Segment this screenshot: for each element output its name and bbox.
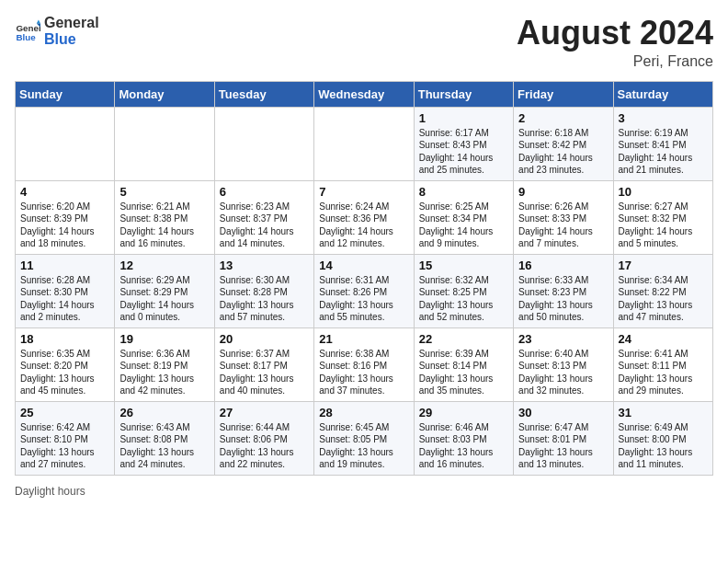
day-number: 19 [119, 332, 209, 346]
table-row: 31Sunrise: 6:49 AM Sunset: 8:00 PM Dayli… [613, 401, 712, 475]
table-row: 8Sunrise: 6:25 AM Sunset: 8:34 PM Daylig… [414, 180, 513, 254]
table-row: 14Sunrise: 6:31 AM Sunset: 8:26 PM Dayli… [314, 254, 414, 327]
day-number: 11 [20, 259, 109, 272]
table-row: 18Sunrise: 6:35 AM Sunset: 8:20 PM Dayli… [16, 327, 115, 401]
day-info: Sunrise: 6:42 AM Sunset: 8:10 PM Dayligh… [20, 421, 109, 471]
table-row: 15Sunrise: 6:32 AM Sunset: 8:25 PM Dayli… [414, 254, 513, 327]
table-row: 21Sunrise: 6:38 AM Sunset: 8:16 PM Dayli… [314, 327, 414, 401]
day-info: Sunrise: 6:49 AM Sunset: 8:00 PM Dayligh… [619, 421, 708, 471]
col-sunday: Sunday [16, 81, 115, 107]
title-block: August 2024 Peri, France [517, 15, 713, 70]
table-row: 16Sunrise: 6:33 AM Sunset: 8:23 PM Dayli… [514, 254, 613, 327]
day-info: Sunrise: 6:36 AM Sunset: 8:19 PM Dayligh… [119, 348, 209, 397]
day-info: Sunrise: 6:37 AM Sunset: 8:17 PM Dayligh… [220, 348, 309, 397]
calendar-week-5: 25Sunrise: 6:42 AM Sunset: 8:10 PM Dayli… [16, 401, 713, 475]
day-number: 13 [220, 259, 309, 272]
svg-text:Blue: Blue [16, 31, 36, 41]
day-number: 21 [319, 332, 408, 346]
day-number: 10 [619, 185, 708, 199]
day-info: Sunrise: 6:20 AM Sunset: 8:39 PM Dayligh… [20, 201, 109, 250]
calendar-week-2: 4Sunrise: 6:20 AM Sunset: 8:39 PM Daylig… [16, 180, 713, 254]
table-row: 24Sunrise: 6:41 AM Sunset: 8:11 PM Dayli… [613, 327, 712, 401]
table-row [115, 107, 214, 180]
day-info: Sunrise: 6:45 AM Sunset: 8:05 PM Dayligh… [319, 421, 408, 471]
day-number: 25 [20, 406, 109, 419]
calendar-footer: Daylight hours [15, 485, 713, 498]
table-row: 10Sunrise: 6:27 AM Sunset: 8:32 PM Dayli… [613, 180, 712, 254]
day-number: 3 [619, 111, 708, 125]
location-title: Peri, France [517, 53, 713, 70]
day-number: 1 [419, 111, 508, 125]
table-row: 9Sunrise: 6:26 AM Sunset: 8:33 PM Daylig… [514, 180, 613, 254]
day-info: Sunrise: 6:40 AM Sunset: 8:13 PM Dayligh… [518, 348, 608, 397]
day-number: 23 [518, 332, 608, 346]
day-number: 27 [220, 406, 309, 419]
table-row: 27Sunrise: 6:44 AM Sunset: 8:06 PM Dayli… [214, 401, 313, 475]
table-row: 29Sunrise: 6:46 AM Sunset: 8:03 PM Dayli… [414, 401, 513, 475]
table-row [16, 107, 115, 180]
table-row: 26Sunrise: 6:43 AM Sunset: 8:08 PM Dayli… [115, 401, 214, 475]
table-row: 23Sunrise: 6:40 AM Sunset: 8:13 PM Dayli… [514, 327, 613, 401]
day-info: Sunrise: 6:47 AM Sunset: 8:01 PM Dayligh… [518, 421, 608, 471]
table-row: 1Sunrise: 6:17 AM Sunset: 8:43 PM Daylig… [414, 107, 513, 180]
day-info: Sunrise: 6:38 AM Sunset: 8:16 PM Dayligh… [319, 348, 408, 397]
day-number: 31 [619, 406, 708, 419]
day-info: Sunrise: 6:29 AM Sunset: 8:29 PM Dayligh… [119, 274, 209, 324]
day-info: Sunrise: 6:17 AM Sunset: 8:43 PM Dayligh… [419, 127, 508, 177]
table-row: 13Sunrise: 6:30 AM Sunset: 8:28 PM Dayli… [214, 254, 313, 327]
day-info: Sunrise: 6:24 AM Sunset: 8:36 PM Dayligh… [319, 201, 408, 250]
col-wednesday: Wednesday [314, 81, 414, 107]
day-number: 15 [419, 259, 508, 272]
day-info: Sunrise: 6:41 AM Sunset: 8:11 PM Dayligh… [619, 348, 708, 397]
day-info: Sunrise: 6:28 AM Sunset: 8:30 PM Dayligh… [20, 274, 109, 324]
table-row [314, 107, 414, 180]
day-number: 5 [119, 185, 209, 199]
day-info: Sunrise: 6:25 AM Sunset: 8:34 PM Dayligh… [419, 201, 508, 250]
svg-marker-2 [37, 19, 40, 23]
col-friday: Friday [514, 81, 613, 107]
day-number: 16 [518, 259, 608, 272]
table-row: 30Sunrise: 6:47 AM Sunset: 8:01 PM Dayli… [514, 401, 613, 475]
table-row: 28Sunrise: 6:45 AM Sunset: 8:05 PM Dayli… [314, 401, 414, 475]
table-row: 25Sunrise: 6:42 AM Sunset: 8:10 PM Dayli… [16, 401, 115, 475]
day-number: 14 [319, 259, 408, 272]
table-row: 11Sunrise: 6:28 AM Sunset: 8:30 PM Dayli… [16, 254, 115, 327]
table-row: 6Sunrise: 6:23 AM Sunset: 8:37 PM Daylig… [214, 180, 313, 254]
table-row: 19Sunrise: 6:36 AM Sunset: 8:19 PM Dayli… [115, 327, 214, 401]
day-number: 8 [419, 185, 508, 199]
day-info: Sunrise: 6:44 AM Sunset: 8:06 PM Dayligh… [220, 421, 309, 471]
page-header: General Blue General Blue August 2024 Pe… [15, 15, 713, 70]
day-number: 6 [220, 185, 309, 199]
day-info: Sunrise: 6:35 AM Sunset: 8:20 PM Dayligh… [20, 348, 109, 397]
day-info: Sunrise: 6:19 AM Sunset: 8:41 PM Dayligh… [619, 127, 708, 177]
col-thursday: Thursday [414, 81, 513, 107]
day-info: Sunrise: 6:30 AM Sunset: 8:28 PM Dayligh… [220, 274, 309, 324]
calendar-week-4: 18Sunrise: 6:35 AM Sunset: 8:20 PM Dayli… [16, 327, 713, 401]
day-info: Sunrise: 6:39 AM Sunset: 8:14 PM Dayligh… [419, 348, 508, 397]
table-row [214, 107, 313, 180]
calendar-week-1: 1Sunrise: 6:17 AM Sunset: 8:43 PM Daylig… [16, 107, 713, 180]
daylight-label: Daylight hours [15, 485, 85, 498]
day-number: 22 [419, 332, 508, 346]
day-number: 12 [119, 259, 209, 272]
table-row: 4Sunrise: 6:20 AM Sunset: 8:39 PM Daylig… [16, 180, 115, 254]
day-number: 28 [319, 406, 408, 419]
day-number: 17 [619, 259, 708, 272]
logo-icon: General Blue [15, 18, 40, 44]
day-number: 2 [518, 111, 608, 125]
calendar-header-row: Sunday Monday Tuesday Wednesday Thursday… [16, 81, 713, 107]
table-row: 7Sunrise: 6:24 AM Sunset: 8:36 PM Daylig… [314, 180, 414, 254]
table-row: 17Sunrise: 6:34 AM Sunset: 8:22 PM Dayli… [613, 254, 712, 327]
day-info: Sunrise: 6:32 AM Sunset: 8:25 PM Dayligh… [419, 274, 508, 324]
day-info: Sunrise: 6:31 AM Sunset: 8:26 PM Dayligh… [319, 274, 408, 324]
day-number: 30 [518, 406, 608, 419]
logo-blue: Blue [44, 31, 99, 48]
day-info: Sunrise: 6:21 AM Sunset: 8:38 PM Dayligh… [119, 201, 209, 250]
table-row: 5Sunrise: 6:21 AM Sunset: 8:38 PM Daylig… [115, 180, 214, 254]
logo: General Blue General Blue [15, 15, 99, 47]
day-info: Sunrise: 6:27 AM Sunset: 8:32 PM Dayligh… [619, 201, 708, 250]
day-info: Sunrise: 6:43 AM Sunset: 8:08 PM Dayligh… [119, 421, 209, 471]
day-info: Sunrise: 6:34 AM Sunset: 8:22 PM Dayligh… [619, 274, 708, 324]
col-tuesday: Tuesday [214, 81, 313, 107]
day-number: 24 [619, 332, 708, 346]
